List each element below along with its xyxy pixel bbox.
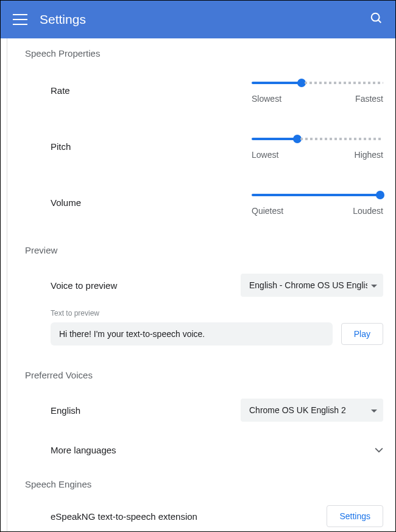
svg-point-0: [372, 13, 380, 21]
pitch-min-label: Lowest: [252, 150, 278, 160]
play-button[interactable]: Play: [341, 323, 383, 345]
volume-max-label: Loudest: [353, 206, 383, 216]
text-preview-input[interactable]: [51, 322, 333, 346]
chevron-down-icon: [375, 444, 383, 455]
header-title: Settings: [40, 12, 370, 27]
chevron-down-icon: [371, 405, 377, 415]
search-icon[interactable]: [370, 12, 383, 27]
volume-label: Volume: [51, 197, 252, 208]
speech-engines-title: Speech Engines: [19, 479, 383, 489]
rate-min-label: Slowest: [252, 94, 281, 104]
pitch-row: Pitch Lowest Highest: [19, 133, 383, 160]
voice-preview-dropdown[interactable]: English - Chrome OS US English: [241, 274, 383, 297]
app-header: Settings: [1, 1, 395, 38]
rate-max-label: Fastest: [355, 94, 383, 104]
volume-slider-thumb[interactable]: [376, 191, 384, 199]
volume-min-label: Quietest: [252, 206, 283, 216]
english-voice-dropdown[interactable]: Chrome OS UK English 2: [241, 399, 383, 422]
volume-slider[interactable]: [252, 189, 383, 201]
rate-slider[interactable]: [252, 77, 383, 89]
more-languages-label: More languages: [51, 445, 375, 455]
preferred-voices-title: Preferred Voices: [19, 370, 383, 380]
engine-settings-button[interactable]: Settings: [327, 505, 383, 527]
text-preview-label: Text to preview: [19, 309, 383, 317]
voice-preview-selected: English - Chrome OS US English: [249, 280, 367, 290]
pitch-slider[interactable]: [252, 133, 383, 145]
rate-row: Rate Slowest Fastest: [19, 77, 383, 104]
rate-label: Rate: [51, 85, 252, 96]
english-voice-label: English: [51, 405, 241, 416]
chevron-down-icon: [371, 280, 377, 290]
svg-line-1: [378, 20, 381, 23]
speech-properties-title: Speech Properties: [19, 48, 383, 59]
volume-row: Volume Quietest Loudest: [19, 189, 383, 216]
pitch-max-label: Highest: [355, 150, 383, 160]
english-voice-row: English Chrome OS UK English 2: [19, 399, 383, 422]
menu-icon[interactable]: [13, 14, 27, 25]
engine-row: eSpeakNG text-to-speech extension Settin…: [19, 498, 383, 531]
pitch-label: Pitch: [51, 141, 252, 152]
more-languages-row[interactable]: More languages: [19, 433, 383, 467]
preview-title: Preview: [19, 245, 383, 255]
engine-name: eSpeakNG text-to-speech extension: [51, 511, 327, 522]
voice-preview-row: Voice to preview English - Chrome OS US …: [19, 274, 383, 297]
voice-preview-label: Voice to preview: [51, 280, 241, 291]
english-voice-selected: Chrome OS UK English 2: [249, 405, 367, 415]
